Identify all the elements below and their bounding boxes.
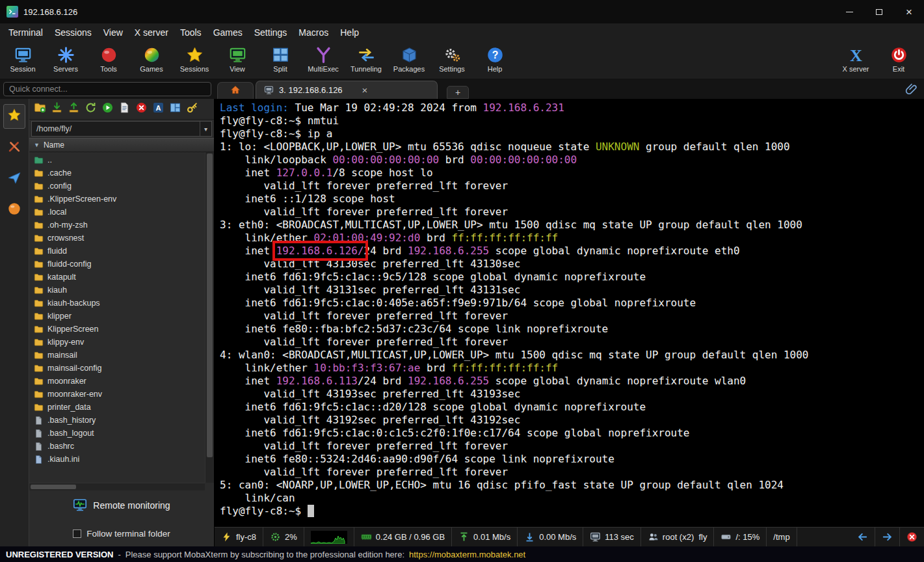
sftp-new-folder-button[interactable] — [33, 101, 47, 116]
side-tab-favorites[interactable] — [3, 104, 25, 129]
vertical-scrollbar-thumb[interactable] — [207, 154, 213, 457]
vertical-scrollbar[interactable] — [205, 152, 214, 483]
remote-monitoring-button[interactable]: Remote monitoring — [29, 490, 214, 520]
horizontal-scrollbar-thumb[interactable] — [31, 485, 76, 489]
sftp-upload-button[interactable] — [66, 101, 81, 116]
side-tab-sessions[interactable] — [3, 167, 25, 191]
side-tab-tools[interactable] — [3, 135, 25, 160]
menu-games[interactable]: Games — [207, 25, 248, 40]
sftp-disconnect-button[interactable] — [134, 101, 149, 116]
file-row[interactable]: klippy-env — [29, 336, 214, 349]
toolbar-split-button[interactable]: Split — [259, 43, 302, 73]
toolbar-x-server-button[interactable]: XX server — [834, 43, 877, 73]
sftp-split-view-button[interactable] — [168, 101, 183, 116]
file-row[interactable]: .oh-my-zsh — [29, 219, 214, 232]
file-row[interactable]: katapult — [29, 271, 214, 284]
file-row[interactable]: mainsail — [29, 349, 214, 362]
follow-checkbox[interactable] — [73, 529, 81, 538]
file-row[interactable]: KlipperScreen — [29, 323, 214, 336]
toolbar-multiexec-button[interactable]: MultiExec — [302, 43, 345, 73]
sftp-download-button[interactable] — [49, 101, 64, 116]
close-window-button[interactable]: × — [894, 0, 924, 23]
menu-macros[interactable]: Macros — [293, 25, 334, 40]
file-row[interactable]: .bash_logout — [29, 427, 214, 440]
file-row[interactable]: moonraker — [29, 375, 214, 388]
file-row[interactable]: fluidd — [29, 245, 214, 258]
new-tab-button[interactable]: + — [447, 86, 469, 99]
remote-monitoring-icon — [73, 498, 87, 514]
footer-link[interactable]: https://mobaxterm.mobatek.net — [409, 550, 525, 559]
file-row[interactable]: .KlipperScreen-env — [29, 193, 214, 206]
file-name: .cache — [47, 168, 72, 178]
key-icon — [186, 101, 198, 116]
toolbar-packages-button[interactable]: Packages — [388, 43, 430, 73]
file-row[interactable]: .config — [29, 180, 214, 193]
file-row[interactable]: .kiauh.ini — [29, 453, 214, 466]
file-icon — [34, 442, 44, 451]
terminal[interactable]: Last login: Tue Mar 19 02:49:28 2024 fro… — [215, 99, 924, 527]
file-row[interactable]: kiauh — [29, 284, 214, 297]
toolbar-session-button[interactable]: Session — [1, 43, 44, 73]
menu-terminal[interactable]: Terminal — [3, 25, 49, 40]
menu-view[interactable]: View — [98, 25, 129, 40]
toolbar-view-button[interactable]: View — [216, 43, 259, 73]
paperclip-icon[interactable] — [905, 83, 924, 96]
toolbar-sessions-button[interactable]: Sessions — [173, 43, 216, 73]
terminal-line: link/ether 10:bb:f3:f3:67:ae brd ff:ff:f… — [220, 362, 924, 375]
terminal-line: link/ether 02:01:00:49:92:d0 brd ff:ff:f… — [220, 232, 924, 245]
file-row[interactable]: moonraker-env — [29, 388, 214, 401]
horizontal-scrollbar[interactable] — [29, 483, 205, 490]
minimize-icon — [846, 12, 853, 12]
ball-orange-icon — [7, 202, 21, 219]
menu-help[interactable]: Help — [334, 25, 365, 40]
file-row[interactable]: klipper — [29, 310, 214, 323]
menu-sessions[interactable]: Sessions — [49, 25, 98, 40]
file-row[interactable]: kiauh-backups — [29, 297, 214, 310]
menu-x-server[interactable]: X server — [129, 25, 174, 40]
home-tab[interactable] — [217, 82, 254, 99]
name-column-header[interactable]: ▼ Name — [29, 138, 214, 152]
toolbar-tools-button[interactable]: Tools — [87, 43, 130, 73]
sftp-execute-button[interactable] — [100, 101, 115, 116]
toolbar-help-button[interactable]: ?Help — [473, 43, 516, 73]
status-nav-left[interactable] — [851, 528, 875, 546]
file-row[interactable]: .cache — [29, 167, 214, 180]
menu-settings[interactable]: Settings — [248, 25, 293, 40]
file-row[interactable]: .. — [29, 154, 214, 167]
toolbar-tunneling-button[interactable]: Tunneling — [345, 43, 388, 73]
follow-terminal-folder[interactable]: Follow terminal folder — [29, 520, 214, 546]
path-dropdown-button[interactable]: ▾ — [200, 122, 211, 136]
quick-connect-input[interactable] — [3, 82, 211, 96]
file-row[interactable]: printer_data — [29, 401, 214, 414]
menu-tools[interactable]: Tools — [174, 25, 207, 40]
toolbar-settings-button[interactable]: Settings — [430, 43, 473, 73]
terminal-text: 192.168.6.113 — [276, 375, 358, 387]
sftp-refresh-button[interactable] — [83, 101, 98, 116]
maximize-button[interactable] — [864, 0, 894, 23]
toolbar-games-button[interactable]: Games — [130, 43, 173, 73]
file-row[interactable]: .bashrc — [29, 440, 214, 453]
file-row[interactable]: crowsnest — [29, 232, 214, 245]
terminal-text: link/can — [220, 492, 295, 504]
gears-icon — [443, 46, 461, 64]
side-tab-macros[interactable] — [3, 198, 25, 222]
file-row[interactable]: .bash_history — [29, 414, 214, 427]
sftp-edit-file-button[interactable] — [117, 101, 132, 116]
sftp-encoding-button[interactable]: A — [151, 101, 166, 116]
status-text: fly-c8 — [236, 532, 256, 542]
status-nav-right[interactable] — [875, 528, 900, 546]
toolbar-servers-button[interactable]: Servers — [44, 43, 87, 73]
folder-icon — [34, 299, 44, 308]
minimize-button[interactable] — [834, 0, 864, 23]
tab-close-icon[interactable]: × — [362, 85, 368, 95]
toolbar-exit-button[interactable]: Exit — [877, 43, 920, 73]
active-session-tab[interactable]: 3. 192.168.6.126 × — [256, 81, 438, 99]
terminal-text: valid_lft forever preferred_lft forever — [220, 440, 508, 452]
file-row[interactable]: mainsail-config — [29, 362, 214, 375]
sftp-ssh-key-button[interactable] — [185, 101, 200, 116]
status-close-terminal[interactable] — [900, 528, 924, 546]
file-row[interactable]: .local — [29, 206, 214, 219]
terminal-text: 1: lo: <LOOPBACK,UP,LOWER_UP> mtu 65536 … — [220, 140, 596, 153]
file-row[interactable]: fluidd-config — [29, 258, 214, 271]
toolbar-label: Sessions — [180, 65, 209, 73]
